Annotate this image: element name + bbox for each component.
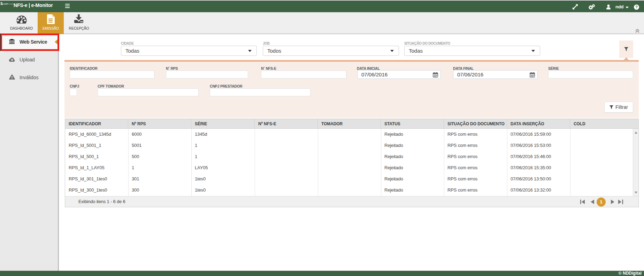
svg-text:?: ? — [635, 5, 638, 9]
svg-text:ndd: ndd — [4, 2, 8, 5]
